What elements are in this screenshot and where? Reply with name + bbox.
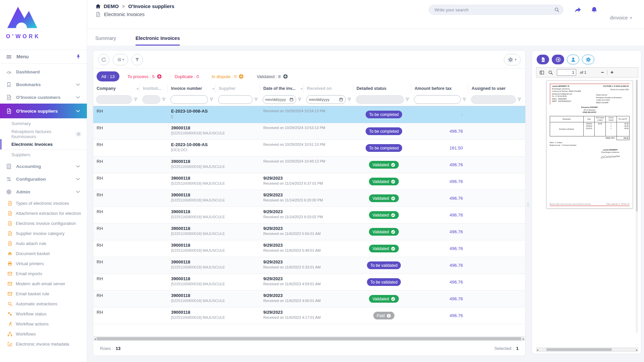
column-header-instituti[interactable]: Instituti... xyxy=(140,84,168,93)
user-menu[interactable]: dinvoice ▾ xyxy=(610,7,632,28)
tab-summary[interactable]: Summary xyxy=(95,36,116,46)
filter-date-date-of-the-inv[interactable]: mm/dd/yyyy xyxy=(263,95,296,104)
amount-link[interactable]: 496.76 xyxy=(449,229,463,234)
funnel-icon[interactable] xyxy=(405,97,410,102)
funnel-icon[interactable] xyxy=(209,97,214,102)
table-row[interactable]: RH39000118[52251165800018] MAJUSCULE9/29… xyxy=(93,207,525,224)
sidebar-admin-item-workflow-actions[interactable]: Workflow actions xyxy=(0,319,87,329)
filter-select-detailed-status[interactable] xyxy=(356,95,404,104)
columns-button[interactable]: ▾ xyxy=(113,54,128,65)
hamburger-icon[interactable] xyxy=(6,54,12,60)
sidebar-subitem-summary[interactable]: Summary xyxy=(0,118,87,129)
sidebar-admin-item-email-imports[interactable]: Email imports xyxy=(0,268,87,279)
funnel-icon[interactable] xyxy=(254,97,258,102)
assign-user-button[interactable] xyxy=(567,55,579,64)
sidebar-item-bookmarks[interactable]: Bookmarks xyxy=(0,78,87,91)
funnel-icon[interactable] xyxy=(462,97,467,102)
amount-link[interactable]: 496.76 xyxy=(449,263,463,268)
amount-link[interactable]: 496.76 xyxy=(449,280,463,285)
column-header-supplier[interactable]: Supplier xyxy=(215,84,260,93)
column-header-company[interactable]: Company▸ xyxy=(93,84,140,93)
sidebar-item-configuration[interactable]: Configuration xyxy=(0,173,87,185)
filter-select-instituti[interactable] xyxy=(142,95,160,104)
sidebar-admin-item-automatic-extractions[interactable]: Automatic extractions xyxy=(0,299,87,309)
funnel-icon[interactable] xyxy=(133,97,138,102)
zoom-out-button[interactable]: − xyxy=(601,70,604,75)
filter-input-amount-before-tax[interactable] xyxy=(414,95,461,104)
table-row[interactable]: RH39000118[52251165800018] MAJUSCULE9/29… xyxy=(93,307,525,324)
pin-sidebar-icon[interactable] xyxy=(76,54,81,59)
home-icon[interactable] xyxy=(95,3,101,9)
amount-link[interactable]: 496.76 xyxy=(449,213,463,218)
sidebar-subitem-electronic-invoices[interactable]: Electronic Invoices xyxy=(0,139,87,149)
table-row[interactable]: RH39000118[52251165800018] MAJUSCULE9/29… xyxy=(93,173,525,190)
sidebar-admin-item-modern-auth-email-server[interactable]: Modern auth email server xyxy=(0,279,87,289)
sidebar-admin-item-supplier-invoice-category[interactable]: Supplier invoice category xyxy=(0,228,87,238)
find-in-document-icon[interactable] xyxy=(548,70,553,75)
scroll-left-icon[interactable]: ◂ xyxy=(94,337,96,341)
amount-link[interactable]: 496.76 xyxy=(449,196,463,201)
pdf-horizontal-scrollbar[interactable]: ◂ ▸ xyxy=(536,348,638,352)
filter-pill-to-process[interactable]: To process : 5 xyxy=(123,71,167,81)
panel-resize-handle[interactable]: ⁞⁞⁞⁞ xyxy=(527,203,530,206)
bell-icon[interactable] xyxy=(591,6,598,13)
funnel-icon[interactable] xyxy=(347,97,352,102)
scroll-right-icon[interactable]: ▸ xyxy=(636,348,638,352)
sidebar-item-o-invoice-customers[interactable]: O'Invoice customers xyxy=(0,91,87,104)
scrollbar-thumb[interactable] xyxy=(636,80,638,212)
filter-button[interactable] xyxy=(131,54,143,65)
sidebar-admin-item-virtual-printers[interactable]: Virtual printers xyxy=(0,258,87,268)
amount-link[interactable]: 496.76 xyxy=(449,162,463,167)
scrollbar-thumb[interactable] xyxy=(546,348,612,351)
filter-select-company[interactable] xyxy=(96,95,132,104)
sidebar-admin-item-document-basket[interactable]: Document basket xyxy=(0,248,87,258)
sidebar-admin-item-auto-attach-rule[interactable]: Auto attach rule xyxy=(0,238,87,248)
amount-link[interactable]: 496.76 xyxy=(449,296,463,301)
amount-link[interactable]: 496.76 xyxy=(449,246,463,251)
scroll-left-icon[interactable]: ◂ xyxy=(537,348,538,352)
table-row[interactable]: RHE-2023-10-008-AS[]Received on 10/29/20… xyxy=(93,106,525,123)
amount-link[interactable]: 496.76 xyxy=(449,129,463,134)
table-row[interactable]: RHE-2023-10-008-AS[OCI] OCIReceived on 1… xyxy=(93,140,525,157)
filter-input-invoice-number[interactable] xyxy=(170,95,208,104)
column-header-date-of-the-inv[interactable]: Date of the inv...▸ xyxy=(260,84,304,93)
page-number-input[interactable] xyxy=(557,69,576,76)
sidebar-toggle-icon[interactable] xyxy=(539,70,544,75)
sidebar-item-accounting[interactable]: Accounting xyxy=(0,160,87,173)
column-header-invoice-number[interactable]: Invoice number▸ xyxy=(168,84,215,93)
funnel-icon[interactable] xyxy=(162,97,166,102)
sidebar-item-admin[interactable]: Admin xyxy=(0,185,87,198)
column-header-amount-before-tax[interactable]: Amount before tax xyxy=(411,84,468,93)
open-invoice-button[interactable] xyxy=(552,55,564,64)
search-icon[interactable] xyxy=(554,7,559,12)
pdf-vertical-scrollbar[interactable] xyxy=(636,79,638,333)
sidebar-admin-item-electronic-invoice-configuration[interactable]: Electronic invoice configuration xyxy=(0,218,87,228)
share-icon[interactable] xyxy=(574,6,581,13)
breadcrumb-section[interactable]: O'Invoice suppliers xyxy=(128,3,174,9)
zoom-in-button[interactable]: + xyxy=(610,70,613,75)
filter-pill-all[interactable]: All : 13 xyxy=(97,71,119,81)
download-pdf-button[interactable] xyxy=(537,55,549,64)
table-row[interactable]: RH39000118[52251165800018] MAJUSCULE9/29… xyxy=(93,274,525,291)
filter-input-supplier[interactable] xyxy=(218,95,253,104)
sidebar-admin-item-workflows[interactable]: Workflows xyxy=(0,329,87,339)
viewer-settings-button[interactable] xyxy=(582,55,594,64)
tab-electronic-invoices[interactable]: Electronic Invoices xyxy=(136,36,180,46)
column-header-assigned-to-user[interactable]: Assigned to user xyxy=(468,84,523,93)
search-input[interactable] xyxy=(429,5,564,15)
scroll-right-icon[interactable]: ▸ xyxy=(523,337,524,341)
filter-pill-validated[interactable]: Validated : 8 xyxy=(252,71,292,81)
sidebar-admin-item-types-of-electronic-invoices[interactable]: Types of electronic invoices xyxy=(0,198,87,208)
filter-date-received-on[interactable]: mm/dd/yyyy xyxy=(306,95,346,104)
logo-link[interactable]: O'WORK xyxy=(0,0,87,50)
filter-pill-in-dispute[interactable]: In dispute : 0 xyxy=(207,71,249,81)
sidebar-admin-item-electronic-invoice-metadata[interactable]: Electronic invoice metadata xyxy=(0,339,87,349)
sidebar-admin-item-workflow-status[interactable]: Workflow status xyxy=(0,309,87,319)
funnel-icon[interactable] xyxy=(298,97,302,102)
table-row[interactable]: RH39000118[52251165800018] MAJUSCULERece… xyxy=(93,123,525,140)
table-row[interactable]: RH39000118[52251165800018] MAJUSCULE9/29… xyxy=(93,257,525,274)
column-header-received-on[interactable]: Received on xyxy=(304,84,353,93)
refresh-button[interactable] xyxy=(98,54,109,65)
table-settings-button[interactable]: ▾ xyxy=(504,54,521,65)
filter-select-assigned-to-user[interactable] xyxy=(471,95,516,104)
